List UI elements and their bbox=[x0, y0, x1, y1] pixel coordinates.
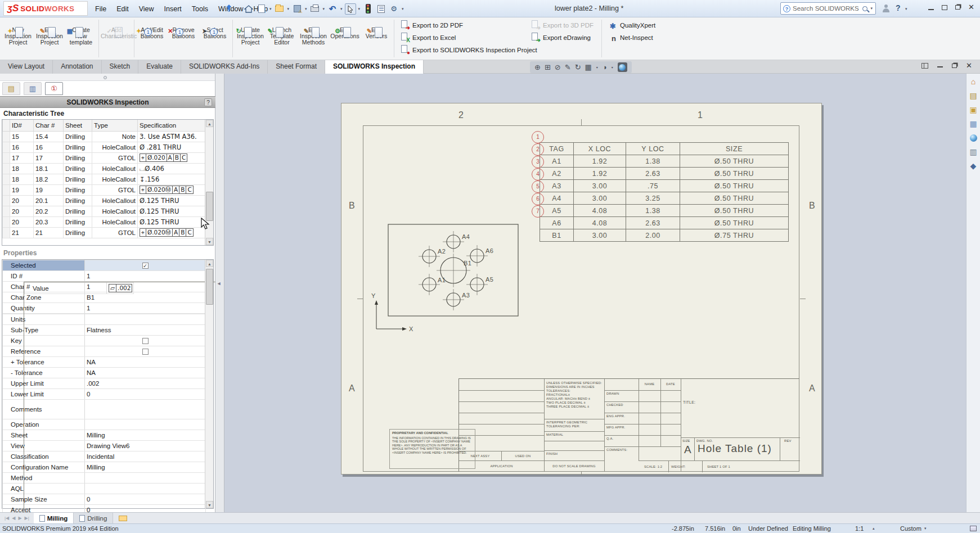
options-gear-icon[interactable]: ⚙ bbox=[388, 3, 399, 15]
command-tab[interactable]: Annotation bbox=[53, 60, 101, 74]
command-tab[interactable]: Sketch bbox=[102, 60, 139, 74]
inspection-balloon[interactable]: 4 bbox=[532, 168, 544, 180]
search-caret[interactable]: ▾ bbox=[870, 6, 873, 11]
previous-view-icon[interactable]: ⊘ bbox=[555, 62, 561, 73]
tab-inspection-manager[interactable]: ① bbox=[45, 82, 63, 95]
sheet-settings-icon[interactable]: ▦ bbox=[585, 62, 592, 73]
col-id[interactable]: ID# bbox=[10, 120, 34, 131]
hole-table[interactable]: TAG X LOC Y LOC SIZE A1 1.92 1.38 bbox=[540, 142, 789, 242]
help-caret[interactable]: ▾ bbox=[905, 7, 907, 11]
menu-item[interactable]: Tools bbox=[187, 5, 213, 13]
ribbon-button[interactable]: ✎Launch Template Editor bbox=[266, 20, 298, 46]
graphics-area[interactable]: 2 1 B A B A Y X A4A2A6B1A1A5A3 bbox=[224, 74, 980, 512]
characteristic-row[interactable]: 21 21 Drilling GTOL ⌖Ø.020ⓂABC bbox=[3, 227, 206, 238]
file-properties-icon[interactable] bbox=[375, 3, 386, 15]
view-caret[interactable]: ▾ bbox=[596, 65, 598, 69]
pin-icon[interactable] bbox=[225, 4, 233, 14]
custom-properties-icon[interactable]: ▥ bbox=[968, 146, 979, 158]
characteristic-row[interactable]: 17 17 Drilling GTOL ⌖Ø.020ABC bbox=[3, 152, 206, 163]
panel-splitter[interactable]: ◂ bbox=[215, 74, 224, 512]
config-caret[interactable]: ▾ bbox=[924, 526, 927, 531]
scroll-down-icon[interactable]: ▼ bbox=[206, 501, 213, 508]
menu-item[interactable]: File bbox=[90, 5, 111, 13]
inspection-balloon[interactable]: 1 bbox=[532, 131, 544, 143]
home-icon[interactable] bbox=[243, 3, 254, 15]
search-input[interactable]: Search SOLIDWORKS Help bbox=[793, 5, 860, 12]
inspection-balloon[interactable]: 5 bbox=[532, 180, 544, 193]
hole-table-row[interactable]: A5 4.08 1.38 Ø.50 THRU bbox=[540, 205, 789, 217]
service-button[interactable]: nNet-Inspect bbox=[607, 33, 662, 42]
scroll-down-icon[interactable]: ▼ bbox=[206, 238, 213, 245]
ribbon-button[interactable]: ✕Remove Balloons bbox=[168, 20, 199, 39]
tab-display-manager[interactable]: ▥ bbox=[24, 82, 42, 95]
view-palette-icon[interactable]: ▦ bbox=[968, 118, 979, 130]
doc-close-icon[interactable]: ✕ bbox=[966, 63, 972, 69]
export-button[interactable]: ➜Export to 2D PDF bbox=[399, 20, 523, 30]
col-char[interactable]: Char # bbox=[34, 120, 64, 131]
col-spec[interactable]: Specification bbox=[138, 120, 206, 131]
ribbon-button[interactable]: ▦Create New template bbox=[65, 20, 97, 46]
ribbon-button[interactable]: ✦New Inspection Project bbox=[2, 20, 34, 46]
user-account-icon[interactable] bbox=[882, 4, 890, 12]
panel-handle-icon[interactable] bbox=[104, 76, 107, 79]
undo-icon[interactable]: ↶ bbox=[327, 3, 338, 15]
home-icon[interactable]: ⌂ bbox=[968, 75, 979, 88]
property-checkbox[interactable] bbox=[142, 263, 149, 269]
menu-item[interactable]: Insert bbox=[159, 5, 187, 13]
print-icon[interactable] bbox=[309, 3, 321, 15]
drawing-sheet[interactable]: 2 1 B A B A Y X A4A2A6B1A1A5A3 bbox=[341, 103, 822, 475]
inspection-balloon[interactable]: 3 bbox=[532, 156, 544, 168]
characteristic-row[interactable]: 20 20.3 Drilling HoleCallout Ø.125 THRU bbox=[3, 216, 206, 227]
apply-scene-icon[interactable] bbox=[618, 62, 627, 72]
options-caret[interactable]: ▾ bbox=[402, 7, 404, 11]
zoom-area-icon[interactable]: ⊞ bbox=[545, 62, 551, 73]
open-icon[interactable] bbox=[274, 3, 285, 15]
close-icon[interactable]: ✕ bbox=[968, 4, 974, 10]
command-tab[interactable]: Evaluate bbox=[138, 60, 181, 74]
ribbon-button[interactable]: ➤Select Balloons bbox=[199, 20, 231, 39]
sheet-tab[interactable]: Drilling bbox=[74, 513, 113, 523]
tab-feature-manager[interactable]: ▤ bbox=[2, 82, 20, 95]
scroll-up-icon[interactable]: ▲ bbox=[206, 260, 213, 267]
open-caret[interactable]: ▾ bbox=[287, 7, 290, 11]
menu-item[interactable]: Edit bbox=[111, 5, 134, 13]
splitter-handle-icon[interactable]: ◂ bbox=[218, 281, 221, 286]
inspection-balloon[interactable]: 2 bbox=[532, 143, 544, 156]
minimize-icon[interactable] bbox=[928, 9, 934, 10]
hole-table-row[interactable]: A1 1.92 1.38 Ø.50 THRU bbox=[540, 155, 789, 168]
scroll-thumb[interactable] bbox=[206, 269, 213, 305]
search-icon[interactable] bbox=[862, 6, 867, 11]
print-caret[interactable]: ▾ bbox=[323, 7, 325, 11]
panel-collapse-strip[interactable] bbox=[0, 74, 215, 81]
hole-table-row[interactable]: A4 3.00 3.25 Ø.50 THRU bbox=[540, 192, 789, 205]
rebuild-icon[interactable] bbox=[362, 3, 374, 15]
doc-minimize-icon[interactable] bbox=[937, 66, 943, 67]
inspection-balloon[interactable]: 7 bbox=[532, 205, 544, 218]
export-button[interactable]: ➜Export to 3D PDF bbox=[530, 20, 596, 30]
design-library-icon[interactable]: ▤ bbox=[968, 89, 979, 102]
hide-show-icon[interactable]: ◑ bbox=[603, 62, 607, 73]
ribbon-button[interactable]: ✎Edit Vendors bbox=[361, 20, 392, 39]
properties-scrollbar[interactable]: ▲ ▼ bbox=[205, 260, 213, 508]
characteristic-row[interactable]: 19 19 Drilling GTOL ⌖Ø.020ⓂABC bbox=[3, 184, 206, 195]
help-search[interactable]: ? Search SOLIDWORKS Help ▾ bbox=[780, 2, 876, 15]
export-button[interactable]: ●Export to SOLIDWORKS Inspection Project bbox=[399, 45, 523, 55]
hole-table-row[interactable]: B1 3.00 2.00 Ø.75 THRU bbox=[540, 229, 789, 242]
doc-restore-icon[interactable] bbox=[952, 64, 957, 68]
hide-show-caret[interactable]: ▾ bbox=[612, 65, 613, 69]
forum-icon[interactable]: ◆ bbox=[968, 160, 979, 172]
sheet-tab[interactable]: Milling bbox=[34, 513, 74, 523]
characteristic-row[interactable]: 20 20.2 Drilling HoleCallout Ø.125 THRU bbox=[3, 206, 206, 216]
new-caret[interactable]: ▾ bbox=[269, 7, 272, 11]
scroll-thumb[interactable] bbox=[206, 192, 213, 221]
prev-sheet-icon[interactable]: ◀ bbox=[12, 516, 15, 521]
status-grid-icon[interactable] bbox=[970, 526, 977, 531]
scale-indicator[interactable]: 1:1 bbox=[855, 525, 864, 532]
characteristic-row[interactable]: 18 18.1 Drilling HoleCallout ⌴Ø.406 bbox=[3, 163, 206, 174]
hole-table-row[interactable]: A2 1.92 2.63 Ø.50 THRU bbox=[540, 168, 789, 180]
select-caret[interactable]: ▾ bbox=[358, 7, 361, 11]
menu-item[interactable]: View bbox=[134, 5, 159, 13]
col-type[interactable]: Type bbox=[92, 120, 138, 131]
save-icon[interactable] bbox=[291, 3, 303, 15]
appearances-icon[interactable] bbox=[968, 132, 979, 144]
